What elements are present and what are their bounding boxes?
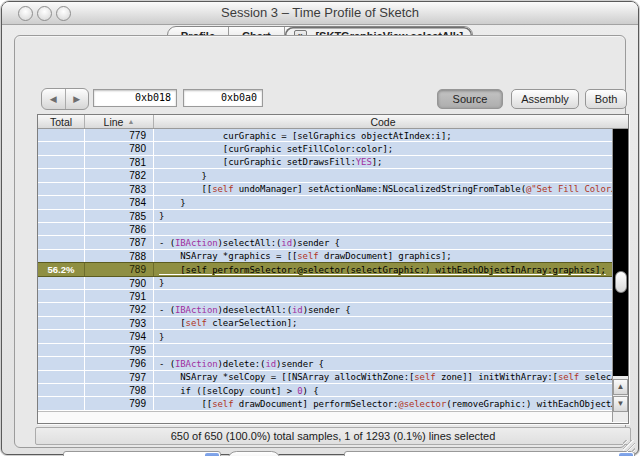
table-row[interactable]: 792- (IBAction)deselectAll:(id)sender { xyxy=(38,303,612,316)
total-cell xyxy=(38,196,85,208)
table-row[interactable]: 787- (IBAction)selectAll:(id)sender { xyxy=(38,236,612,249)
code-cell: } xyxy=(154,196,612,208)
line-number-cell: 784 xyxy=(85,196,154,208)
table-row[interactable]: 783 [[self undoManager] setActionName:NS… xyxy=(38,183,612,196)
line-number-cell: 791 xyxy=(85,290,154,302)
source-view-button[interactable]: Source xyxy=(437,89,503,109)
status-bar: 650 of 650 (100.0%) total samples, 1 of … xyxy=(35,427,631,445)
line-number-cell: 789 xyxy=(85,263,154,275)
scrollbar-track[interactable] xyxy=(613,129,628,376)
edit-button[interactable]: Edit xyxy=(227,451,281,456)
both-view-button[interactable]: Both xyxy=(585,89,627,109)
code-cell: [curGraphic setFillColor:color]; xyxy=(154,142,612,154)
total-cell xyxy=(38,344,85,356)
code-cell xyxy=(154,344,612,356)
titlebar[interactable]: Session 3 – Time Profile of Sketch xyxy=(2,2,638,25)
total-cell xyxy=(38,317,85,329)
code-cell: [self clearSelection]; xyxy=(154,317,612,329)
window: Session 3 – Time Profile of Sketch Profi… xyxy=(1,1,639,455)
code-cell: } xyxy=(154,277,612,289)
forward-button[interactable]: ▶ xyxy=(65,89,89,109)
code-cell: curGraphic = [selGraphics objectAtIndex:… xyxy=(154,129,612,141)
scrollbar-thumb[interactable] xyxy=(615,271,627,293)
resize-grip-icon[interactable] xyxy=(623,440,635,452)
status-text: 650 of 650 (100.0%) total samples, 1 of … xyxy=(171,430,496,442)
line-number-cell: 799 xyxy=(85,397,154,409)
column-header-total[interactable]: Total xyxy=(38,115,85,128)
code-cell: - (IBAction)delete:(id)sender { xyxy=(154,357,612,369)
total-cell xyxy=(38,384,85,396)
total-cell xyxy=(38,371,85,383)
line-number-cell: 793 xyxy=(85,317,154,329)
total-cell xyxy=(38,156,85,168)
table-row[interactable]: 790} xyxy=(38,277,612,290)
total-cell xyxy=(38,142,85,154)
assembly-view-button[interactable]: Assembly xyxy=(511,89,579,109)
code-cell: [curGraphic setDrawsFill:YES]; xyxy=(154,156,612,168)
table-row[interactable]: 784 } xyxy=(38,196,612,209)
code-cell xyxy=(154,290,612,302)
table-row[interactable]: 786 xyxy=(38,223,612,236)
table-row[interactable]: 782 } xyxy=(38,169,612,182)
line-number-cell: 785 xyxy=(85,210,154,222)
line-number-cell: 795 xyxy=(85,344,154,356)
total-cell xyxy=(38,236,85,248)
back-arrow-icon: ◀ xyxy=(50,94,57,104)
line-number-cell: 794 xyxy=(85,330,154,342)
table-row[interactable]: 796- (IBAction)delete:(id)sender { xyxy=(38,357,612,370)
table-row[interactable]: 793 [self clearSelection]; xyxy=(38,317,612,330)
code-cell: NSArray *graphics = [[self drawDocument]… xyxy=(154,250,612,262)
scrollbar-header-spacer xyxy=(612,115,628,128)
table-row[interactable]: 794} xyxy=(38,330,612,343)
table-row[interactable]: 779 curGraphic = [selGraphics objectAtIn… xyxy=(38,129,612,142)
column-header-line[interactable]: Line ▲ xyxy=(85,115,154,128)
total-cell xyxy=(38,290,85,302)
line-number-cell: 782 xyxy=(85,169,154,181)
line-number-cell: 797 xyxy=(85,371,154,383)
address-field-start[interactable]: 0xb018 xyxy=(93,89,177,107)
function-popup[interactable]: -selectAll: ▼ xyxy=(344,451,635,456)
code-cell: [[self drawDocument] performSelector:@se… xyxy=(154,397,612,409)
line-number-cell: 790 xyxy=(85,277,154,289)
line-number-cell: 781 xyxy=(85,156,154,168)
table-row[interactable]: 781 [curGraphic setDrawsFill:YES]; xyxy=(38,156,612,169)
line-number-cell: 788 xyxy=(85,250,154,262)
table-row[interactable]: 797 NSArray *selCopy = [[NSArray allocWi… xyxy=(38,371,612,384)
total-cell xyxy=(38,357,85,369)
scroll-up-button[interactable]: ▲ xyxy=(613,379,628,395)
table-row[interactable]: 56.2%789 [self performSelector:@selector… xyxy=(38,263,612,276)
total-cell xyxy=(38,169,85,181)
code-cell: - (IBAction)deselectAll:(id)sender { xyxy=(154,303,612,315)
file-popup[interactable]: (56.2%) SKTGraphicView.m ▼ xyxy=(63,451,221,456)
total-cell xyxy=(38,250,85,262)
horizontal-scrollbar[interactable] xyxy=(38,411,612,423)
line-number-cell: 796 xyxy=(85,357,154,369)
line-number-cell: 787 xyxy=(85,236,154,248)
line-number-cell: 792 xyxy=(85,303,154,315)
code-cell: [[self undoManager] setActionName:NSLoca… xyxy=(154,183,612,195)
scroll-down-button[interactable]: ▼ xyxy=(613,396,628,412)
total-cell xyxy=(38,330,85,342)
table-row[interactable]: 798 if ([selCopy count] > 0) { xyxy=(38,384,612,397)
code-rows: 779 curGraphic = [selGraphics objectAtIn… xyxy=(38,129,612,411)
back-button[interactable]: ◀ xyxy=(42,89,65,109)
code-cell: } xyxy=(154,330,612,342)
table-row[interactable]: 799 [[self drawDocument] performSelector… xyxy=(38,397,612,410)
table-row[interactable]: 785} xyxy=(38,210,612,223)
history-nav-control: ◀ ▶ xyxy=(41,88,89,110)
code-cell: } xyxy=(154,169,612,181)
table-row[interactable]: 780 [curGraphic setFillColor:color]; xyxy=(38,142,612,155)
total-cell xyxy=(38,303,85,315)
column-header-code[interactable]: Code xyxy=(154,115,612,128)
vertical-scrollbar[interactable]: ▲ ▼ xyxy=(612,129,628,422)
total-cell xyxy=(38,397,85,409)
code-cell xyxy=(154,223,612,235)
total-cell xyxy=(38,223,85,235)
table-row[interactable]: 795 xyxy=(38,344,612,357)
line-number-cell: 783 xyxy=(85,183,154,195)
window-title: Session 3 – Time Profile of Sketch xyxy=(2,5,638,20)
address-field-end[interactable]: 0xb0a0 xyxy=(183,89,263,107)
table-row[interactable]: 788 NSArray *graphics = [[self drawDocum… xyxy=(38,250,612,263)
code-cell: NSArray *selCopy = [[NSArray allocWithZo… xyxy=(154,371,612,383)
table-row[interactable]: 791 xyxy=(38,290,612,303)
